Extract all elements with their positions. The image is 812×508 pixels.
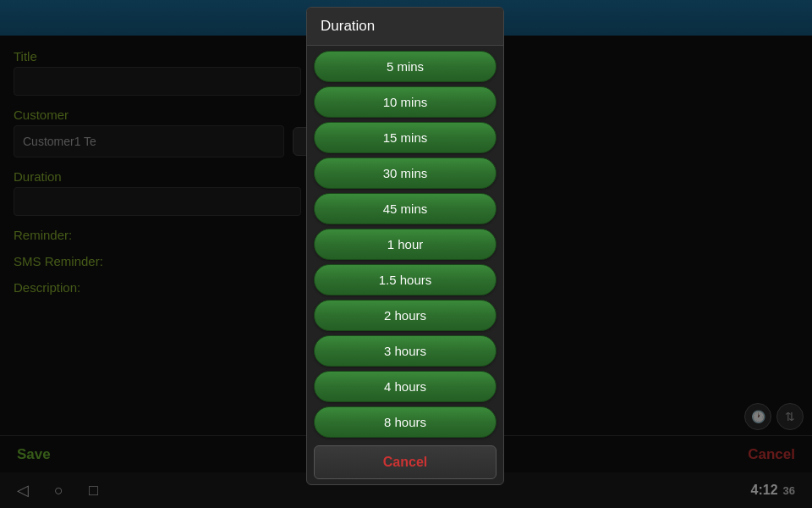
duration-option-3[interactable]: 30 mins — [314, 157, 497, 189]
duration-option-0[interactable]: 5 mins — [314, 51, 497, 82]
duration-option-6[interactable]: 1.5 hours — [314, 264, 497, 295]
dialog-title: Duration — [307, 8, 503, 46]
duration-option-1[interactable]: 10 mins — [314, 86, 497, 118]
duration-option-4[interactable]: 45 mins — [314, 193, 497, 224]
duration-option-10[interactable]: 8 hours — [314, 406, 497, 438]
duration-option-2[interactable]: 15 mins — [314, 122, 497, 153]
duration-option-5[interactable]: 1 hour — [314, 229, 497, 260]
dialog-body: 5 mins10 mins15 mins30 mins45 mins1 hour… — [307, 46, 503, 484]
duration-dialog: Duration 5 mins10 mins15 mins30 mins45 m… — [306, 7, 504, 485]
duration-option-8[interactable]: 3 hours — [314, 335, 497, 367]
dialog-cancel-button[interactable]: Cancel — [314, 445, 497, 479]
duration-option-7[interactable]: 2 hours — [314, 300, 497, 331]
duration-option-9[interactable]: 4 hours — [314, 371, 497, 402]
